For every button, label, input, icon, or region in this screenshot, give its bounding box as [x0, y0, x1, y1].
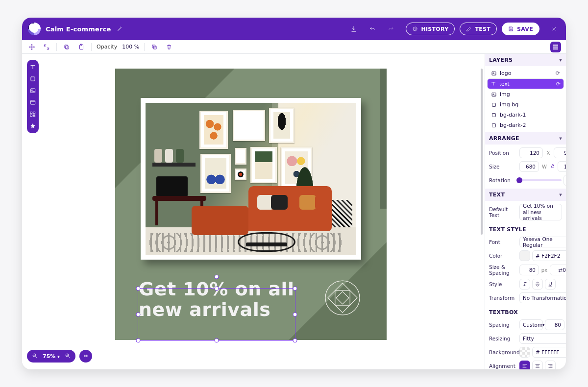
svg-rect-25 [492, 113, 496, 117]
arrange-header[interactable]: ARRANGE ▾ [485, 132, 566, 145]
layer-item-bgdark1[interactable]: bg-dark-1 [487, 110, 564, 120]
divider [91, 43, 92, 51]
layer-label: bg-dark-2 [500, 122, 526, 128]
resize-handle[interactable] [136, 339, 141, 343]
align-left-button[interactable] [519, 361, 530, 369]
svg-rect-20 [492, 72, 496, 75]
svg-point-9 [31, 90, 32, 91]
divider [144, 43, 145, 51]
size-label: Size [489, 164, 516, 169]
italic-button[interactable] [519, 279, 530, 290]
layer-item-img[interactable]: img [487, 89, 564, 99]
zoom-value[interactable]: 75% ▾ [43, 353, 60, 360]
move-tool-icon[interactable] [27, 42, 37, 52]
lock-aspect-icon[interactable] [550, 163, 556, 170]
spacing-value-input[interactable]: 80 [545, 319, 564, 330]
svg-point-14 [325, 281, 360, 315]
resize-handle[interactable] [136, 287, 141, 291]
zoom-in-icon[interactable] [65, 353, 71, 360]
browser-tool-icon[interactable] [29, 99, 36, 106]
svg-rect-1 [66, 46, 69, 48]
sync-icon[interactable]: ⟳ [556, 70, 560, 76]
expand-tool-icon[interactable] [42, 42, 51, 52]
panel-toggle-button[interactable] [550, 42, 561, 52]
rotation-slider[interactable] [519, 175, 562, 186]
canvas-scrollbar[interactable] [481, 69, 483, 306]
size-spacing-label: Size & Spacing [489, 264, 516, 276]
align-right-button[interactable] [545, 361, 556, 369]
undo-icon[interactable] [367, 23, 378, 35]
underline-button[interactable] [545, 279, 556, 290]
selection-box[interactable] [138, 288, 295, 341]
chevron-down-icon: ▾ [559, 135, 562, 142]
transform-select[interactable]: No Transformation▾ [519, 292, 566, 303]
resize-handle[interactable] [293, 313, 297, 317]
canvas-area[interactable]: Get 10% on all new arrivals [22, 54, 485, 369]
align-center-button[interactable] [532, 361, 543, 369]
download-icon[interactable] [348, 23, 360, 35]
close-icon[interactable] [548, 23, 560, 35]
shape-tool-icon[interactable] [29, 75, 36, 82]
height-input[interactable]: 180 [558, 161, 566, 172]
qr-tool-icon[interactable] [29, 111, 36, 118]
top-icon-group [348, 23, 397, 35]
properties-panel: LAYERS ▾ logo ⟳ text ⟳ img [485, 54, 566, 369]
copy-icon[interactable] [62, 42, 72, 52]
spacing-label: Spacing [489, 322, 516, 328]
font-select[interactable]: Yeseva One Regular▾ [519, 237, 566, 247]
layer-item-logo[interactable]: logo ⟳ [487, 68, 564, 78]
sync-icon[interactable]: ⟳ [556, 81, 561, 87]
opacity-value[interactable]: 100 % [122, 44, 139, 50]
image-tool-icon[interactable] [29, 87, 36, 94]
layer-item-imgbg[interactable]: img bg [487, 99, 564, 110]
delete-icon[interactable] [164, 42, 174, 52]
layers-header[interactable]: LAYERS ▾ [485, 54, 566, 66]
paste-icon[interactable] [76, 42, 86, 52]
resize-handle[interactable] [136, 313, 141, 317]
test-button[interactable]: TEST [460, 23, 497, 35]
resize-handle[interactable] [215, 339, 219, 343]
rotation-input[interactable]: 0 [564, 175, 566, 186]
color-hex-input[interactable]: # F2F2F2 [532, 250, 566, 261]
text-tool-icon[interactable] [29, 64, 36, 71]
rotation-label: Rotation [489, 177, 516, 183]
pos-y-input[interactable]: 910 [554, 147, 566, 158]
star-tool-icon[interactable] [29, 122, 36, 129]
duplicate-icon[interactable] [149, 42, 159, 52]
spacing-mode-select[interactable]: Custom▾ [519, 319, 543, 330]
svg-rect-5 [152, 45, 155, 48]
text-header[interactable]: TEXT ▾ [485, 189, 566, 201]
project-title: Calm E-commerce [46, 25, 111, 33]
zoom-out-icon[interactable] [32, 353, 38, 360]
brand-logo [28, 23, 41, 35]
pos-x-input[interactable]: 120 [519, 147, 543, 158]
redo-icon[interactable] [385, 23, 397, 35]
strike-button[interactable] [532, 279, 543, 290]
color-label: Color [489, 253, 516, 259]
textbox-props: Spacing Custom▾ 80px Resizing Fitty▾ Bac… [485, 316, 566, 369]
font-size-input[interactable]: 80 [519, 265, 539, 275]
default-text-input[interactable]: Get 10% on all new arrivals [519, 204, 562, 220]
rename-icon[interactable] [117, 25, 123, 33]
width-input[interactable]: 680 [519, 161, 539, 172]
resize-handle[interactable] [215, 287, 219, 291]
geometric-logo[interactable] [324, 279, 361, 316]
text-style-props: Font Yeseva One Regular▾ Color # F2F2F2 … [485, 234, 566, 306]
resize-handle[interactable] [293, 287, 297, 291]
svg-rect-8 [30, 89, 35, 93]
rotate-handle[interactable] [215, 275, 219, 279]
letter-spacing-input[interactable]: ⇄ 0 [550, 265, 566, 275]
layer-item-text[interactable]: text ⟳ [487, 78, 564, 89]
photo-frame[interactable] [141, 98, 361, 260]
color-swatch[interactable] [519, 250, 530, 261]
resizing-select[interactable]: Fitty▾ [519, 333, 566, 344]
layer-item-bgdark2[interactable]: bg-dark-2 [487, 120, 564, 130]
resize-handle[interactable] [293, 339, 297, 343]
history-button[interactable]: HISTORY [406, 23, 455, 35]
svg-rect-2 [65, 45, 68, 48]
bg-swatch[interactable] [519, 347, 530, 358]
bg-hex-input[interactable]: # FFFFFF [532, 347, 566, 358]
default-text-label: Default Text [489, 206, 516, 218]
shortcuts-button[interactable] [79, 350, 92, 363]
save-button[interactable]: SAVE [502, 23, 539, 35]
